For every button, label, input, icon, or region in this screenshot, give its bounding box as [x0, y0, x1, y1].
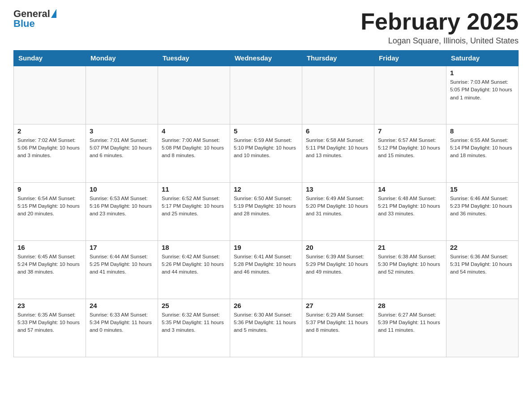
- day-info: Sunrise: 6:44 AM Sunset: 5:25 PM Dayligh…: [90, 253, 154, 276]
- day-of-week-header: Thursday: [302, 51, 374, 66]
- day-number: 14: [378, 185, 442, 193]
- day-number: 26: [234, 302, 298, 309]
- calendar-week-row: 9Sunrise: 6:54 AM Sunset: 5:15 PM Daylig…: [14, 182, 519, 240]
- day-info: Sunrise: 6:57 AM Sunset: 5:12 PM Dayligh…: [378, 137, 442, 160]
- calendar-day-cell: 18Sunrise: 6:42 AM Sunset: 5:26 PM Dayli…: [158, 240, 230, 299]
- day-number: 23: [17, 302, 82, 309]
- day-info: Sunrise: 6:33 AM Sunset: 5:34 PM Dayligh…: [90, 311, 154, 334]
- day-info: Sunrise: 6:35 AM Sunset: 5:33 PM Dayligh…: [17, 311, 82, 334]
- calendar-day-cell: [230, 66, 302, 124]
- calendar-day-cell: 3Sunrise: 7:01 AM Sunset: 5:07 PM Daylig…: [86, 124, 158, 182]
- calendar-day-cell: 8Sunrise: 6:55 AM Sunset: 5:14 PM Daylig…: [446, 124, 518, 182]
- calendar-day-cell: [446, 299, 518, 357]
- calendar-day-cell: 19Sunrise: 6:41 AM Sunset: 5:28 PM Dayli…: [230, 240, 302, 299]
- day-number: 20: [306, 244, 370, 251]
- day-number: 9: [17, 185, 82, 193]
- calendar-subtitle: Logan Square, Illinois, United States: [360, 36, 519, 46]
- day-of-week-header: Wednesday: [230, 51, 302, 66]
- calendar-day-cell: 26Sunrise: 6:30 AM Sunset: 5:36 PM Dayli…: [230, 299, 302, 357]
- day-info: Sunrise: 6:36 AM Sunset: 5:31 PM Dayligh…: [450, 253, 515, 276]
- day-info: Sunrise: 6:49 AM Sunset: 5:20 PM Dayligh…: [306, 195, 370, 218]
- day-info: Sunrise: 7:02 AM Sunset: 5:06 PM Dayligh…: [17, 137, 82, 160]
- calendar-day-cell: 16Sunrise: 6:45 AM Sunset: 5:24 PM Dayli…: [14, 240, 86, 299]
- days-of-week-row: SundayMondayTuesdayWednesdayThursdayFrid…: [14, 51, 519, 66]
- calendar-day-cell: 7Sunrise: 6:57 AM Sunset: 5:12 PM Daylig…: [374, 124, 446, 182]
- calendar-week-row: 16Sunrise: 6:45 AM Sunset: 5:24 PM Dayli…: [14, 240, 519, 299]
- calendar-day-cell: 13Sunrise: 6:49 AM Sunset: 5:20 PM Dayli…: [302, 182, 374, 240]
- logo-text-blue: Blue: [13, 19, 56, 29]
- day-info: Sunrise: 6:45 AM Sunset: 5:24 PM Dayligh…: [17, 253, 82, 276]
- day-number: 12: [234, 185, 298, 193]
- day-number: 17: [90, 244, 154, 251]
- day-info: Sunrise: 6:42 AM Sunset: 5:26 PM Dayligh…: [162, 253, 226, 276]
- calendar-day-cell: [14, 66, 86, 124]
- calendar-day-cell: 5Sunrise: 6:59 AM Sunset: 5:10 PM Daylig…: [230, 124, 302, 182]
- day-info: Sunrise: 7:00 AM Sunset: 5:08 PM Dayligh…: [162, 137, 226, 160]
- calendar-day-cell: 15Sunrise: 6:46 AM Sunset: 5:23 PM Dayli…: [446, 182, 518, 240]
- day-number: 15: [450, 185, 515, 193]
- day-number: 11: [162, 185, 226, 193]
- calendar-day-cell: [86, 66, 158, 124]
- day-of-week-header: Saturday: [446, 51, 518, 66]
- calendar-day-cell: [302, 66, 374, 124]
- calendar-day-cell: 12Sunrise: 6:50 AM Sunset: 5:19 PM Dayli…: [230, 182, 302, 240]
- day-of-week-header: Friday: [374, 51, 446, 66]
- calendar-day-cell: 21Sunrise: 6:38 AM Sunset: 5:30 PM Dayli…: [374, 240, 446, 299]
- day-info: Sunrise: 6:39 AM Sunset: 5:29 PM Dayligh…: [306, 253, 370, 276]
- day-info: Sunrise: 6:46 AM Sunset: 5:23 PM Dayligh…: [450, 195, 515, 218]
- day-number: 16: [17, 244, 82, 251]
- day-number: 5: [234, 127, 298, 135]
- day-of-week-header: Tuesday: [158, 51, 230, 66]
- day-info: Sunrise: 6:32 AM Sunset: 5:35 PM Dayligh…: [162, 311, 226, 334]
- day-number: 19: [234, 244, 298, 251]
- day-info: Sunrise: 6:30 AM Sunset: 5:36 PM Dayligh…: [234, 311, 298, 334]
- day-info: Sunrise: 7:03 AM Sunset: 5:05 PM Dayligh…: [450, 78, 515, 102]
- calendar-day-cell: 25Sunrise: 6:32 AM Sunset: 5:35 PM Dayli…: [158, 299, 230, 357]
- day-number: 4: [162, 127, 226, 135]
- calendar-title: February 2025: [360, 9, 519, 34]
- day-info: Sunrise: 6:27 AM Sunset: 5:39 PM Dayligh…: [378, 311, 442, 334]
- calendar-day-cell: 23Sunrise: 6:35 AM Sunset: 5:33 PM Dayli…: [14, 299, 86, 357]
- day-info: Sunrise: 6:52 AM Sunset: 5:17 PM Dayligh…: [162, 195, 226, 218]
- calendar-day-cell: 1Sunrise: 7:03 AM Sunset: 5:05 PM Daylig…: [446, 66, 518, 124]
- day-info: Sunrise: 6:48 AM Sunset: 5:21 PM Dayligh…: [378, 195, 442, 218]
- day-of-week-header: Sunday: [14, 51, 86, 66]
- day-info: Sunrise: 7:01 AM Sunset: 5:07 PM Dayligh…: [90, 137, 154, 160]
- day-number: 25: [162, 302, 226, 309]
- calendar-day-cell: 14Sunrise: 6:48 AM Sunset: 5:21 PM Dayli…: [374, 182, 446, 240]
- day-number: 21: [378, 244, 442, 251]
- day-number: 13: [306, 185, 370, 193]
- title-block: February 2025 Logan Square, Illinois, Un…: [360, 9, 519, 46]
- calendar-day-cell: 11Sunrise: 6:52 AM Sunset: 5:17 PM Dayli…: [158, 182, 230, 240]
- calendar-day-cell: 24Sunrise: 6:33 AM Sunset: 5:34 PM Dayli…: [86, 299, 158, 357]
- day-info: Sunrise: 6:53 AM Sunset: 5:16 PM Dayligh…: [90, 195, 154, 218]
- calendar-day-cell: 2Sunrise: 7:02 AM Sunset: 5:06 PM Daylig…: [14, 124, 86, 182]
- page-header: General Blue February 2025 Logan Square,…: [13, 9, 519, 46]
- day-number: 3: [90, 127, 154, 135]
- calendar-day-cell: 10Sunrise: 6:53 AM Sunset: 5:16 PM Dayli…: [86, 182, 158, 240]
- calendar-day-cell: [374, 66, 446, 124]
- day-of-week-header: Monday: [86, 51, 158, 66]
- calendar-week-row: 23Sunrise: 6:35 AM Sunset: 5:33 PM Dayli…: [14, 299, 519, 357]
- calendar-day-cell: 27Sunrise: 6:29 AM Sunset: 5:37 PM Dayli…: [302, 299, 374, 357]
- calendar-week-row: 1Sunrise: 7:03 AM Sunset: 5:05 PM Daylig…: [14, 66, 519, 124]
- day-number: 22: [450, 244, 515, 251]
- day-info: Sunrise: 6:54 AM Sunset: 5:15 PM Dayligh…: [17, 195, 82, 218]
- calendar-day-cell: [158, 66, 230, 124]
- day-info: Sunrise: 6:59 AM Sunset: 5:10 PM Dayligh…: [234, 137, 298, 160]
- calendar-header: SundayMondayTuesdayWednesdayThursdayFrid…: [14, 51, 519, 66]
- day-number: 8: [450, 127, 515, 135]
- logo-block: General Blue: [13, 9, 56, 29]
- logo-text-general: General: [13, 9, 50, 19]
- calendar-table: SundayMondayTuesdayWednesdayThursdayFrid…: [13, 50, 519, 357]
- day-info: Sunrise: 6:55 AM Sunset: 5:14 PM Dayligh…: [450, 137, 515, 160]
- day-number: 2: [17, 127, 82, 135]
- day-info: Sunrise: 6:41 AM Sunset: 5:28 PM Dayligh…: [234, 253, 298, 276]
- logo-triangle-icon: [51, 9, 56, 18]
- logo: General Blue: [13, 9, 56, 29]
- calendar-week-row: 2Sunrise: 7:02 AM Sunset: 5:06 PM Daylig…: [14, 124, 519, 182]
- calendar-day-cell: 9Sunrise: 6:54 AM Sunset: 5:15 PM Daylig…: [14, 182, 86, 240]
- calendar-day-cell: 6Sunrise: 6:58 AM Sunset: 5:11 PM Daylig…: [302, 124, 374, 182]
- day-number: 18: [162, 244, 226, 251]
- day-number: 10: [90, 185, 154, 193]
